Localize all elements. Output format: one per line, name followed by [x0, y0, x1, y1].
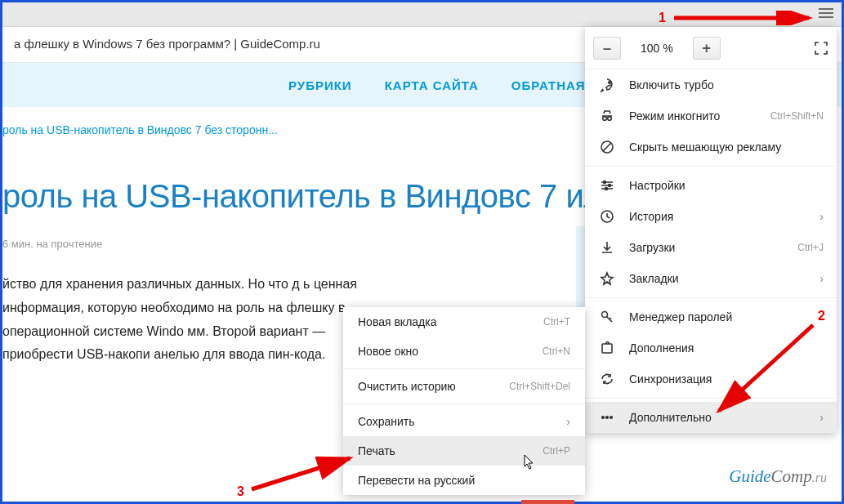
- submenu-item[interactable]: Новая вкладкаCtrl+T: [343, 307, 585, 337]
- dots-icon: [598, 410, 616, 425]
- watermark: GuideComp.ru: [729, 466, 827, 487]
- submenu-item-label: Новая вкладка: [358, 315, 543, 328]
- submenu-item-label: Сохранить: [358, 415, 566, 428]
- menu-item-label: Настройки: [629, 179, 824, 192]
- zoom-row: – 100 % +: [585, 27, 837, 69]
- svg-line-15: [252, 458, 350, 489]
- svg-point-0: [609, 82, 610, 83]
- history-icon: [598, 209, 616, 224]
- svg-point-12: [610, 417, 613, 419]
- url-text: а флешку в Windows 7 без программ? | Gui…: [14, 37, 320, 51]
- menu-item-label: Дополнительно: [629, 411, 819, 424]
- menu-shortcut: Ctrl+J: [797, 242, 824, 253]
- menu-separator: [585, 297, 837, 298]
- svg-point-10: [602, 417, 605, 419]
- menu-item-incognito[interactable]: Режим инкогнитоCtrl+Shift+N: [585, 100, 837, 132]
- puzzle-icon: [598, 341, 616, 355]
- submenu-item[interactable]: Перевести на русский: [343, 466, 585, 495]
- menu-item-sync[interactable]: Синхронизация: [585, 364, 837, 395]
- submenu-separator: [343, 368, 585, 369]
- menu-item-puzzle[interactable]: Дополнения: [585, 332, 837, 364]
- download-icon: [598, 240, 616, 255]
- incognito-icon: [598, 109, 616, 123]
- submenu-item[interactable]: ПечатьCtrl+P: [343, 436, 585, 466]
- svg-point-4: [604, 181, 606, 184]
- menu-item-block[interactable]: Скрыть мешающую рекламу: [585, 132, 837, 163]
- cursor-icon: [524, 454, 535, 471]
- article-body: йство для хранения различных данных. Но …: [2, 273, 378, 367]
- menu-item-download[interactable]: ЗагрузкиCtrl+J: [585, 232, 837, 263]
- menu-item-label: Режим инкогнито: [629, 109, 770, 123]
- main-menu: – 100 % + Включить турбоРежим инкогнитоC…: [585, 27, 837, 433]
- menu-item-label: Скрыть мешающую рекламу: [629, 140, 824, 154]
- submenu-shortcut: Ctrl+P: [543, 445, 570, 457]
- menu-item-label: Загрузки: [629, 241, 797, 254]
- hamburger-menu-button[interactable]: [819, 8, 833, 20]
- submenu-item[interactable]: Сохранить›: [343, 407, 585, 436]
- chevron-right-icon: ›: [819, 272, 824, 285]
- zoom-value: 100 %: [641, 42, 673, 55]
- submenu-item-label: Перевести на русский: [358, 474, 570, 487]
- menu-item-key[interactable]: Менеджер паролей: [585, 301, 837, 332]
- submenu-item-label: Очистить историю: [358, 380, 509, 393]
- sync-icon: [598, 372, 616, 386]
- svg-point-5: [609, 185, 611, 187]
- chevron-right-icon: ›: [819, 411, 824, 424]
- chevron-right-icon: ›: [566, 415, 570, 428]
- nav-item[interactable]: РУБРИКИ: [288, 78, 352, 92]
- menu-shortcut: Ctrl+Shift+N: [770, 110, 824, 122]
- zoom-in-button[interactable]: +: [693, 37, 721, 60]
- key-icon: [598, 310, 616, 324]
- svg-point-11: [606, 417, 609, 419]
- menu-item-label: Включить турбо: [629, 78, 824, 91]
- menu-item-label: Менеджер паролей: [629, 310, 824, 323]
- submenu-item-label: Новое окно: [358, 345, 543, 358]
- annotation-3: 3: [237, 484, 244, 499]
- more-submenu: Новая вкладкаCtrl+TНовое окноCtrl+NОчист…: [343, 307, 585, 495]
- submenu-shortcut: Ctrl+Shift+Del: [509, 381, 570, 392]
- submenu-item[interactable]: Очистить историюCtrl+Shift+Del: [343, 372, 585, 401]
- menu-item-history[interactable]: История›: [585, 201, 837, 232]
- chevron-right-icon: ›: [819, 210, 824, 223]
- submenu-shortcut: Ctrl+T: [543, 316, 570, 328]
- fullscreen-button[interactable]: [814, 41, 828, 56]
- menu-item-label: Закладки: [629, 272, 819, 285]
- block-icon: [598, 140, 616, 154]
- menu-item-label: Дополнения: [629, 341, 824, 355]
- submenu-item-label: Печать: [358, 444, 543, 457]
- svg-point-6: [605, 188, 608, 190]
- menu-item-dots[interactable]: Дополнительно›: [585, 402, 837, 433]
- sliders-icon: [598, 178, 616, 193]
- submenu-item[interactable]: Новое окноCtrl+N: [343, 337, 585, 366]
- menu-item-sliders[interactable]: Настройки: [585, 170, 837, 201]
- annotation-2: 2: [818, 309, 825, 323]
- svg-point-1: [603, 117, 607, 121]
- menu-separator: [585, 166, 837, 167]
- submenu-shortcut: Ctrl+N: [543, 346, 570, 357]
- decorative-bar: [521, 500, 574, 504]
- menu-item-rocket[interactable]: Включить турбо: [585, 69, 837, 100]
- nav-item[interactable]: КАРТА САЙТА: [385, 78, 479, 92]
- svg-point-2: [608, 117, 612, 121]
- menu-item-star[interactable]: Закладки›: [585, 263, 837, 294]
- annotation-1: 1: [659, 11, 666, 25]
- browser-toolbar: [2, 2, 842, 27]
- submenu-separator: [343, 404, 585, 404]
- rocket-icon: [598, 78, 616, 92]
- menu-item-label: История: [629, 210, 819, 223]
- svg-point-8: [602, 312, 608, 318]
- star-icon: [598, 271, 616, 286]
- menu-separator: [585, 398, 837, 399]
- menu-item-label: Синхронизация: [629, 372, 824, 386]
- svg-rect-9: [602, 344, 612, 353]
- zoom-out-button[interactable]: –: [593, 37, 621, 60]
